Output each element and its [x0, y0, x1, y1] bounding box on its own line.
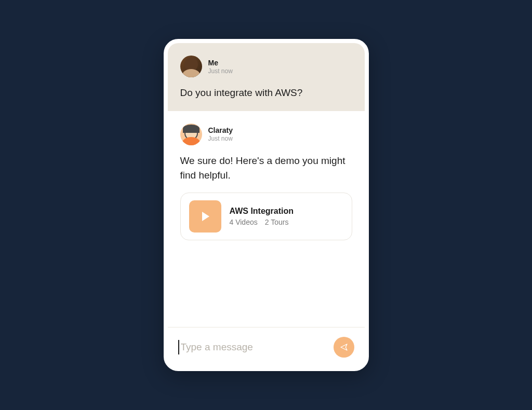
user-message-block: Me Just now Do you integrate with AWS? — [168, 43, 365, 111]
bot-avatar — [180, 124, 202, 145]
chat-window: Me Just now Do you integrate with AWS? C… — [164, 39, 369, 371]
play-thumbnail — [189, 200, 221, 233]
demo-card-title: AWS Integration — [230, 207, 294, 216]
user-message-text: Do you integrate with AWS? — [180, 86, 352, 101]
tours-count-label: 2 Tours — [265, 218, 289, 226]
bot-message-text: We sure do! Here's a demo you might find… — [180, 154, 352, 183]
demo-card-meta: 4 Videos 2 Tours — [230, 218, 294, 226]
demo-card[interactable]: AWS Integration 4 Videos 2 Tours — [180, 193, 352, 240]
bot-sender-name: Claraty — [208, 126, 233, 134]
bot-timestamp: Just now — [208, 135, 233, 142]
send-icon — [340, 343, 348, 351]
send-button[interactable] — [334, 337, 354, 358]
play-icon — [202, 212, 209, 221]
user-timestamp: Just now — [208, 67, 233, 75]
user-name-block: Me Just now — [208, 59, 233, 75]
bot-message-block: Claraty Just now We sure do! Here's a de… — [168, 111, 365, 327]
bot-name-block: Claraty Just now — [208, 126, 233, 142]
bot-message-header: Claraty Just now — [180, 124, 352, 145]
user-avatar — [180, 56, 202, 77]
demo-card-info: AWS Integration 4 Videos 2 Tours — [230, 207, 294, 226]
composer — [168, 327, 365, 367]
videos-count-label: 4 Videos — [230, 218, 258, 226]
user-message-header: Me Just now — [180, 56, 352, 77]
user-sender-name: Me — [208, 59, 233, 67]
message-input[interactable] — [178, 340, 327, 354]
